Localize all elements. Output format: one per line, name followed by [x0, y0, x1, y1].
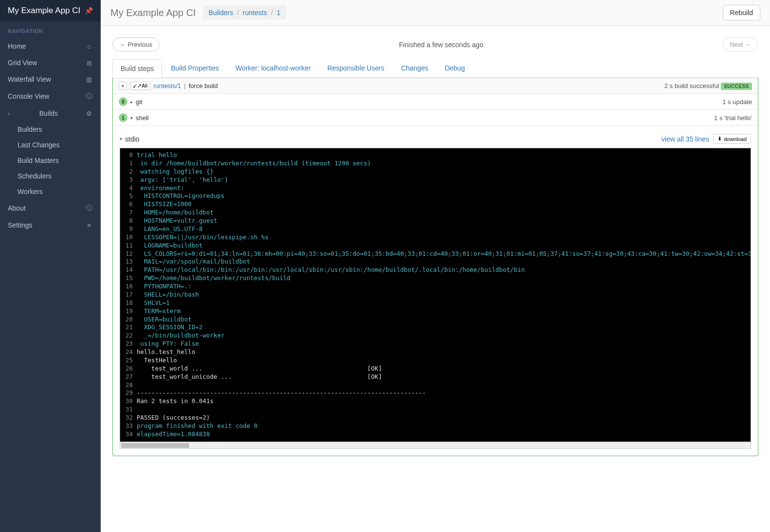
terminal-line: 21 XDG_SESSION_ID=2	[120, 323, 751, 332]
tab-responsible-users[interactable]: Responsible Users	[320, 59, 393, 77]
nav-schedulers[interactable]: Schedulers	[9, 168, 101, 184]
nav-waterfall-view[interactable]: Waterfall View ▥	[0, 71, 101, 88]
nav-build-masters[interactable]: Build Masters	[9, 153, 101, 168]
terminal-line: 23 using PTY: False	[120, 340, 751, 348]
nav-grid-view[interactable]: Grid View ⊞	[0, 54, 101, 71]
terminal-line: 5 HISTCONTROL=ignoredups	[120, 192, 751, 200]
terminal-line: 14 PATH=/usr/local/bin:/bin:/usr/bin:/us…	[120, 266, 751, 274]
nav-label: Console View	[8, 92, 49, 100]
terminal-output[interactable]: 0trial hello1 in dir /home/buildbot/work…	[120, 148, 751, 442]
home-icon: ⌂	[85, 43, 93, 50]
nav-label: Build Masters	[18, 157, 59, 164]
breadcrumb-builders[interactable]: Builders	[209, 9, 233, 17]
build-link[interactable]: runtests/1	[153, 82, 181, 89]
tab-changes[interactable]: Changes	[393, 59, 436, 77]
vertical-sep: |	[184, 82, 185, 89]
terminal-line: 34elapsedTime=1.084838	[120, 430, 751, 439]
terminal-line: 18 SHLVL=1	[120, 299, 751, 307]
chevron-down-icon: ▾	[122, 83, 124, 89]
sliders-icon: ≡	[85, 222, 93, 229]
download-label: download	[724, 136, 747, 142]
page-title: My Example App CI	[110, 7, 196, 18]
grid-icon: ⊞	[85, 59, 93, 67]
pin-icon[interactable]: 📌	[85, 7, 93, 15]
tab-build-properties[interactable]: Build Properties	[163, 59, 227, 77]
terminal-line: 29--------------------------------------…	[120, 389, 751, 397]
info-icon: ⓘ	[85, 92, 93, 101]
horizontal-scrollbar[interactable]	[120, 442, 751, 449]
breadcrumb: Builders / runtests / 1	[203, 6, 287, 19]
chevron-down-icon: ▾	[130, 115, 133, 121]
terminal-line: 0trial hello	[120, 151, 751, 160]
nav-label: Workers	[18, 188, 43, 195]
terminal-line: 22 _=/bin/buildbot-worker	[120, 332, 751, 340]
terminal-line: 30Ran 2 tests in 0.041s	[120, 397, 751, 406]
terminal-line: 25 TestHello	[120, 356, 751, 365]
build-duration: 2 s build successful	[664, 82, 719, 89]
nav-label: Builders	[18, 125, 42, 133]
terminal-line: 24hello.test_hello	[120, 348, 751, 356]
next-button[interactable]: Next →	[723, 37, 758, 52]
nav-label: Schedulers	[18, 172, 52, 180]
terminal-line: 2 watching logfiles {}	[120, 168, 751, 176]
nav-last-changes[interactable]: Last Changes	[9, 137, 101, 153]
terminal-line: 6 HISTSIZE=1000	[120, 200, 751, 209]
step-number: 0	[119, 97, 127, 106]
nav-about[interactable]: About ⓘ	[0, 199, 101, 217]
nav-builds[interactable]: Builds ⚙	[0, 105, 101, 122]
collapse-toggle[interactable]: ▾	[119, 82, 127, 90]
terminal-line: 7 HOME=/home/buildbot	[120, 209, 751, 217]
terminal-line: 27 test_world_unicode ... [OK]	[120, 373, 751, 381]
nav-settings[interactable]: Settings ≡	[0, 217, 101, 233]
nav-heading: NAVIGATION	[0, 21, 101, 38]
terminal-line: 16 PYTHONPATH=.:	[120, 283, 751, 291]
step-summary: 1 s update	[722, 98, 752, 106]
nav-label: Last Changes	[18, 141, 59, 149]
nav-label: Home	[8, 42, 26, 50]
step-row-shell[interactable]: 1 ▾ shell 1 s 'trial hello'	[113, 110, 758, 126]
tab-build-steps[interactable]: Build steps	[112, 59, 162, 78]
terminal-line: 32PASSED (successes=2)	[120, 414, 751, 422]
nav-workers[interactable]: Workers	[9, 184, 101, 199]
download-button[interactable]: ⬇ download	[713, 134, 751, 144]
step-name: git	[136, 98, 143, 106]
tab-worker[interactable]: Worker: localhost-worker	[228, 59, 319, 77]
nav-builders[interactable]: Builders	[9, 122, 101, 137]
chevron-right-icon: ▸	[130, 99, 133, 105]
terminal-line: 8 HOSTNAME=vultr.guest	[120, 217, 751, 225]
build-summary-row: ▾ ↙↗All runtests/1 | force build 2 s bui…	[113, 78, 758, 94]
terminal-line: 9 LANG=en_US.UTF-8	[120, 225, 751, 233]
nav-console-view[interactable]: Console View ⓘ	[0, 88, 101, 105]
terminal-line: 20 USER=buildbot	[120, 316, 751, 324]
expand-all-toggle[interactable]: ↙↗All	[130, 82, 150, 90]
rebuild-button[interactable]: Rebuild	[723, 5, 760, 20]
breadcrumb-sep: /	[271, 9, 273, 17]
nav-home[interactable]: Home ⌂	[0, 38, 101, 54]
cogs-icon: ⚙	[85, 110, 93, 117]
breadcrumb-sep: /	[237, 9, 239, 17]
build-panel: ▾ ↙↗All runtests/1 | force build 2 s bui…	[112, 78, 758, 456]
nav-label: Grid View	[8, 59, 37, 67]
log-container: ▾ stdio view all 35 lines ⬇ download 0tr…	[113, 126, 758, 456]
terminal-line: 17 SHELL=/bin/bash	[120, 291, 751, 299]
log-header: ▾ stdio view all 35 lines ⬇ download	[120, 131, 751, 148]
sidebar-header: My Example App CI 📌	[0, 0, 101, 21]
scrollbar-thumb[interactable]	[121, 443, 189, 448]
view-all-lines-link[interactable]: view all 35 lines	[662, 135, 709, 143]
terminal-line: 11 LOGNAME=buildbot	[120, 242, 751, 250]
terminal-line: 15 PWD=/home/buildbot/worker/runtests/bu…	[120, 274, 751, 283]
chevron-down-icon[interactable]: ▾	[120, 136, 122, 142]
breadcrumb-runtests[interactable]: runtests	[243, 9, 267, 17]
terminal-line: 31	[120, 406, 751, 414]
terminal-line: 28	[120, 381, 751, 390]
breadcrumb-build-number[interactable]: 1	[277, 9, 281, 17]
main: My Example App CI Builders / runtests / …	[101, 0, 770, 532]
tab-debug[interactable]: Debug	[437, 59, 472, 77]
terminal-line: 19 TERM=xterm	[120, 307, 751, 316]
brand-title: My Example App CI	[8, 6, 80, 16]
previous-button[interactable]: ← Previous	[112, 37, 160, 52]
pager: ← Previous Finished a few seconds ago Ne…	[112, 34, 758, 59]
download-icon: ⬇	[717, 136, 722, 142]
step-name: shell	[136, 114, 149, 122]
step-row-git[interactable]: 0 ▸ git 1 s update	[113, 94, 758, 110]
